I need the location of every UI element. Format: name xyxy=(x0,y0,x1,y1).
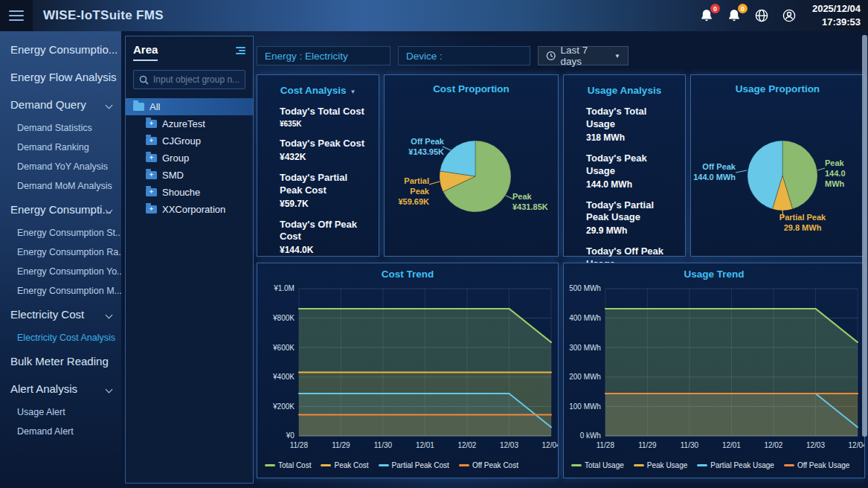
tree-item[interactable]: SMD xyxy=(126,167,253,184)
sidebar-subitem[interactable]: Energy Consumption Ra... xyxy=(0,243,121,262)
svg-text:500 MWh: 500 MWh xyxy=(569,284,601,292)
legend-dash xyxy=(697,464,707,466)
usage-trend-legend: Total UsagePeak UsagePartial Peak UsageO… xyxy=(564,461,864,469)
stat-row: Today's Total Cost¥635K xyxy=(280,106,371,128)
sidebar-item[interactable]: Energy Consumptio... xyxy=(0,36,121,63)
sidebar-item[interactable]: Demand Query xyxy=(0,91,121,118)
app-title: WISE-IoTSuite FMS xyxy=(43,8,164,23)
sidebar-item[interactable]: Energy Consumpti... xyxy=(0,196,121,223)
sidebar-item[interactable]: Alert Analysis xyxy=(0,375,121,402)
tree-item[interactable]: XXCorporation xyxy=(126,201,253,218)
user-icon xyxy=(782,8,797,23)
tree-item[interactable]: AzureTest xyxy=(126,115,253,132)
stat-label: Today's Partial Peak Usage xyxy=(586,199,678,225)
sidebar-subitem[interactable]: Demand MoM Analysis xyxy=(0,176,121,196)
sidebar-item[interactable]: Bulk Meter Reading xyxy=(0,347,121,375)
stat-row: Today's Partial Peak Usage29.9 MWh xyxy=(586,199,678,237)
legend-item[interactable]: Off Peak Cost xyxy=(459,461,518,469)
stat-row: Today's Off Peak Cost¥144.0K xyxy=(280,219,371,256)
search-input[interactable] xyxy=(153,74,239,85)
topbar-right: 0 0 2025/12/04 17:39:53 xyxy=(699,2,868,28)
tree-item-label: AzureTest xyxy=(162,118,205,129)
area-tree: AllAzureTestCJGroupGroupSMDShoucheXXCorp… xyxy=(126,98,253,218)
energy-filter[interactable]: Energy : Electricity xyxy=(257,46,390,65)
svg-text:¥800K: ¥800K xyxy=(272,314,295,322)
stat-row: Today's Peak Usage144.0 MWh xyxy=(586,152,678,190)
legend-dash xyxy=(634,464,644,466)
device-filter[interactable]: Device : xyxy=(398,46,530,65)
pie-slice-off-peak[interactable] xyxy=(440,141,476,176)
sidebar-subitem[interactable]: Usage Alert xyxy=(0,402,121,422)
account-button[interactable] xyxy=(782,8,797,23)
cost-proportion-card: Cost Proportion Off Peak¥143.95K Partial… xyxy=(384,74,559,257)
date-range-label: Last 7 days xyxy=(561,45,611,67)
sidebar-subitem[interactable]: Energy Consumption M... xyxy=(0,281,121,301)
clock-icon xyxy=(546,51,556,61)
svg-text:¥1.0M: ¥1.0M xyxy=(273,284,295,292)
sidebar-subitem[interactable]: Demand Alert xyxy=(0,422,121,441)
sidebar-subitem[interactable]: Demand Statistics xyxy=(0,118,121,138)
sidebar-subitem[interactable]: Demand Ranking xyxy=(0,138,121,157)
page: WISE-IoTSuite FMS 0 0 2025/12/04 17:39:5… xyxy=(0,0,868,488)
collapse-panel-icon[interactable] xyxy=(236,43,245,56)
legend-item[interactable]: Peak Usage xyxy=(634,461,687,469)
sidebar-subitem[interactable]: Energy Consumption Yo... xyxy=(0,262,121,281)
stat-label: Today's Peak Usage xyxy=(586,152,678,178)
chevron-down-icon xyxy=(106,102,113,109)
legend-item[interactable]: Peak Cost xyxy=(321,461,368,469)
sidebar-item-label: Electricity Cost xyxy=(10,308,84,321)
svg-text:11/28: 11/28 xyxy=(290,441,309,449)
legend-item[interactable]: Partial Peak Usage xyxy=(697,461,774,469)
date-text: 2025/12/04 xyxy=(812,2,861,16)
menu-button[interactable] xyxy=(0,0,33,31)
svg-text:400 MWh: 400 MWh xyxy=(569,314,601,322)
tree-item[interactable]: Group xyxy=(126,150,253,167)
legend-item[interactable]: Total Usage xyxy=(571,461,624,469)
legend-label: Partial Peak Cost xyxy=(392,461,449,469)
svg-text:11/29: 11/29 xyxy=(638,441,657,449)
usage-analysis-card: Usage Analysis Today's Total Usage318 MW… xyxy=(563,74,686,257)
sidebar-subitem[interactable]: Energy Consumption St... xyxy=(0,223,121,243)
tree-item-label: Shouche xyxy=(162,187,200,198)
area-panel: Area AllAzureTestCJGroupGroupSMDShoucheX… xyxy=(125,36,254,484)
cost-trend-legend: Total CostPeak CostPartial Peak CostOff … xyxy=(257,461,558,469)
stat-value: ¥635K xyxy=(280,120,371,128)
folder-plus-icon xyxy=(146,205,157,214)
stat-label: Today's Total Cost xyxy=(280,106,371,118)
date-range-filter[interactable]: Last 7 days ▼ xyxy=(538,46,629,65)
legend-dash xyxy=(459,464,469,466)
sidebar-item-label: Alert Analysis xyxy=(10,382,77,395)
area-panel-title: Area xyxy=(133,43,158,61)
legend-item[interactable]: Off Peak Usage xyxy=(784,461,849,469)
app-body: Energy Consumptio...Energy Flow Analysis… xyxy=(0,31,868,488)
svg-text:200 MWh: 200 MWh xyxy=(569,373,601,381)
language-button[interactable] xyxy=(754,8,769,23)
legend-label: Off Peak Usage xyxy=(797,461,849,469)
sidebar-subitem[interactable]: Demand YoY Analysis xyxy=(0,157,121,176)
folder-plus-icon xyxy=(146,137,157,145)
notification-bell-button[interactable]: 0 xyxy=(727,8,742,23)
tree-item-root[interactable]: All xyxy=(126,98,253,115)
scrollbar-thumb[interactable] xyxy=(862,35,867,437)
stat-label: Today's Total Usage xyxy=(586,106,678,131)
main-content: Energy : Electricity Device : Last 7 day… xyxy=(254,31,868,488)
tree-item[interactable]: Shouche xyxy=(126,184,253,201)
sidebar-item[interactable]: Energy Flow Analysis xyxy=(0,63,121,91)
chevron-down-icon xyxy=(106,312,113,319)
cost-analysis-header[interactable]: Cost Analysis▼ xyxy=(262,83,374,97)
alert-bell-button[interactable]: 0 xyxy=(699,8,714,23)
usage-proportion-card: Usage Proportion Off Peak144.0 MWh Peak1… xyxy=(690,74,865,257)
sidebar-subitem[interactable]: Electricity Cost Analysis xyxy=(0,328,121,347)
usage-analysis-list: Today's Total Usage318 MWhToday's Peak U… xyxy=(568,106,681,283)
open-folder-icon xyxy=(133,103,144,111)
legend-item[interactable]: Partial Peak Cost xyxy=(379,461,449,469)
stat-value: 144.0 MWh xyxy=(586,179,678,190)
stat-value: 29.9 MWh xyxy=(586,225,678,236)
legend-item[interactable]: Total Cost xyxy=(265,461,311,469)
usage-trend-chart: 11/2811/2911/3012/0112/0212/0312/040 kWh… xyxy=(564,280,864,461)
sidebar-item[interactable]: Electricity Cost xyxy=(0,301,121,328)
tree-item-label: SMD xyxy=(162,170,184,181)
legend-label: Peak Usage xyxy=(647,461,687,469)
area-panel-header: Area xyxy=(133,43,245,61)
tree-item[interactable]: CJGroup xyxy=(126,132,253,150)
